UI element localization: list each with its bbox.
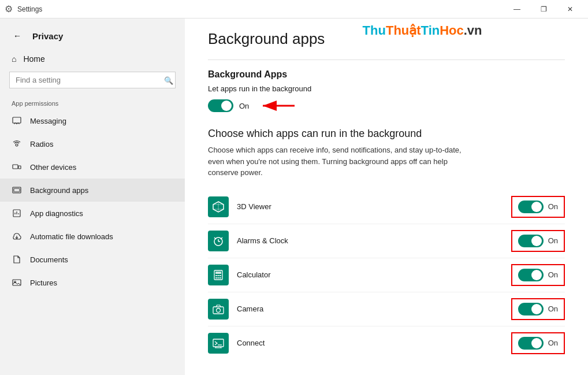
red-arrow-indicator — [257, 98, 297, 114]
app-diagnostics-icon — [12, 208, 22, 218]
background-apps-icon — [12, 185, 22, 195]
toggle-knob — [221, 101, 232, 111]
other-devices-label: Other devices — [30, 163, 76, 172]
app-name-calculator: Calculator — [237, 270, 511, 279]
app-icon-connect — [208, 333, 229, 354]
title-bar-left: ⚙ Settings — [5, 3, 42, 14]
toggle-calculator[interactable] — [518, 269, 544, 281]
toggle-connect[interactable] — [518, 337, 544, 350]
divider-top — [208, 60, 565, 60]
watermark: ThuThuậtTinHoc.vn — [363, 23, 482, 38]
title-bar: ⚙ Settings — ❐ ✕ — [0, 0, 588, 18]
restore-button[interactable]: ❐ — [530, 0, 557, 18]
apps-list: 3D Viewer On — [208, 190, 565, 360]
app-row-calculator: Calculator On — [208, 258, 565, 292]
documents-label: Documents — [30, 255, 68, 264]
apps-section-desc: Choose which apps can receive info, send… — [208, 144, 468, 179]
app-row-3d-viewer: 3D Viewer On — [208, 190, 565, 224]
app-diagnostics-label: App diagnostics — [30, 209, 83, 218]
app-icon-camera — [208, 299, 229, 320]
svg-rect-21 — [215, 277, 217, 279]
apps-section: Choose which apps can run in the backgro… — [208, 128, 565, 360]
toggle-3d-viewer[interactable] — [518, 201, 544, 213]
search-box: 🔍 — [9, 72, 176, 88]
sidebar-home-item[interactable]: ⌂ Home — [0, 49, 185, 69]
svg-rect-23 — [219, 277, 221, 279]
pictures-label: Pictures — [30, 279, 57, 287]
app-name-alarms-clock: Alarms & Clock — [237, 236, 511, 245]
content-title-area: Background apps ThuThuậtTinHoc.vn — [208, 18, 565, 50]
toggle-state-connect: On — [548, 339, 558, 347]
settings-window-icon: ⚙ — [5, 3, 13, 14]
auto-downloads-label: Automatic file downloads — [30, 232, 113, 241]
home-icon: ⌂ — [12, 54, 16, 64]
sidebar-item-background-apps[interactable]: Background apps — [0, 179, 185, 202]
sidebar-item-messaging[interactable]: Messaging — [0, 109, 185, 132]
sidebar-item-documents[interactable]: Documents — [0, 248, 185, 271]
section-heading-background: Background Apps — [208, 69, 565, 80]
app-row-camera: Camera On — [208, 292, 565, 326]
background-apps-label: Background apps — [30, 186, 88, 195]
app-icon-calculator — [208, 265, 229, 285]
toggle-knob-3d-viewer — [531, 202, 542, 212]
pictures-icon — [12, 277, 22, 288]
main-toggle[interactable] — [208, 99, 233, 112]
app-toggle-wrapper-alarms-clock: On — [511, 230, 565, 252]
sidebar-item-app-diagnostics[interactable]: App diagnostics — [0, 202, 185, 225]
sidebar: ← Privacy ⌂ Home 🔍 App permissions Messa… — [0, 18, 185, 375]
main-toggle-label: Let apps run in the background — [208, 84, 565, 93]
title-bar-title: Settings — [17, 5, 42, 13]
sidebar-item-auto-downloads[interactable]: Automatic file downloads — [0, 225, 185, 248]
minimize-button[interactable]: — — [504, 0, 530, 18]
search-input[interactable] — [9, 72, 176, 88]
app-name-camera: Camera — [237, 305, 511, 313]
sidebar-item-pictures[interactable]: Pictures — [0, 271, 185, 294]
svg-rect-5 — [14, 188, 20, 192]
back-button[interactable]: ← — [9, 28, 25, 44]
toggle-knob-alarms-clock — [531, 236, 542, 246]
title-bar-controls: — ❐ ✕ — [504, 0, 583, 18]
app-name-connect: Connect — [237, 339, 511, 347]
auto-downloads-icon — [12, 231, 22, 242]
sidebar-header: ← Privacy — [0, 18, 185, 49]
main-toggle-state: On — [239, 102, 249, 110]
documents-icon — [12, 254, 22, 265]
app-row-connect: Connect On — [208, 326, 565, 360]
svg-point-1 — [16, 144, 18, 146]
toggle-state-camera: On — [548, 305, 558, 313]
toggle-state-calculator: On — [548, 270, 558, 279]
home-label: Home — [23, 54, 44, 64]
radios-label: Radios — [30, 140, 53, 148]
content-area: Background apps ThuThuậtTinHoc.vn Backgr… — [185, 18, 588, 375]
toggle-state-alarms-clock: On — [548, 236, 558, 245]
apps-section-heading: Choose which apps can run in the backgro… — [208, 128, 565, 140]
sidebar-item-other-devices[interactable]: Other devices — [0, 155, 185, 179]
svg-rect-0 — [13, 117, 21, 123]
svg-point-25 — [217, 308, 221, 312]
main-toggle-row: On — [208, 98, 565, 114]
toggle-knob-camera — [531, 304, 542, 314]
app-row-alarms-clock: Alarms & Clock On — [208, 224, 565, 258]
close-button[interactable]: ✕ — [557, 0, 583, 18]
svg-rect-19 — [218, 275, 219, 276]
toggle-state-3d-viewer: On — [548, 202, 558, 211]
sidebar-item-radios[interactable]: Radios — [0, 132, 185, 155]
app-name-3d-viewer: 3D Viewer — [237, 202, 511, 211]
svg-rect-26 — [213, 339, 224, 347]
messaging-label: Messaging — [30, 117, 66, 125]
radios-icon — [12, 139, 22, 149]
app-icon-3d-viewer — [208, 196, 229, 217]
svg-rect-3 — [18, 166, 21, 169]
other-devices-icon — [12, 162, 22, 172]
svg-rect-17 — [215, 272, 221, 274]
toggle-knob-connect — [531, 338, 542, 348]
sidebar-section-title: Privacy — [32, 31, 63, 41]
toggle-alarms-clock[interactable] — [518, 235, 544, 247]
main-container: ← Privacy ⌂ Home 🔍 App permissions Messa… — [0, 18, 588, 375]
page-subtitle: Background apps — [208, 25, 325, 48]
app-toggle-wrapper-calculator: On — [511, 264, 565, 286]
toggle-camera[interactable] — [518, 303, 544, 315]
svg-rect-2 — [13, 165, 18, 169]
app-toggle-wrapper-camera: On — [511, 298, 565, 320]
search-button[interactable]: 🔍 — [164, 76, 173, 84]
